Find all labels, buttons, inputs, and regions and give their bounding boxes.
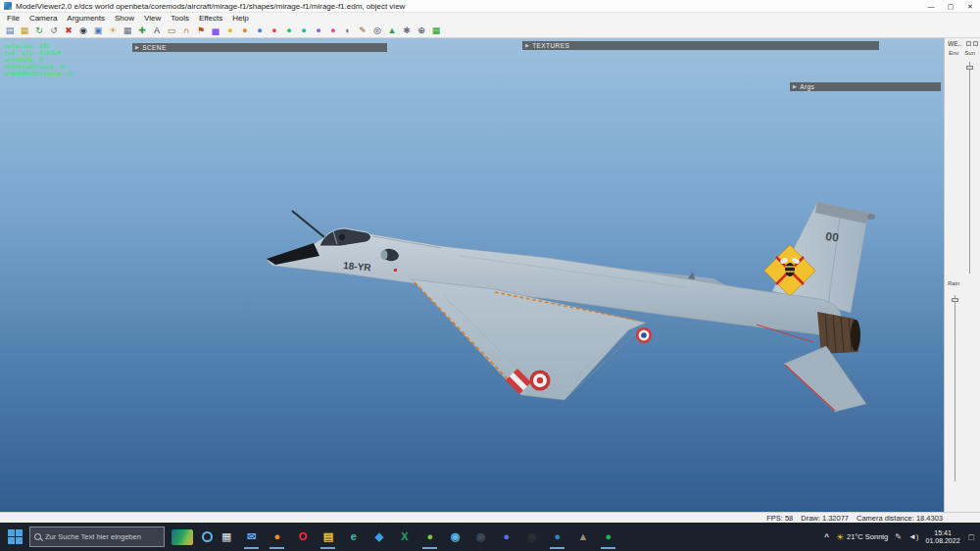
aircraft-stabilizer: [784, 346, 866, 412]
sun-label: Sun: [964, 50, 975, 56]
close-icon[interactable]: ✕: [960, 0, 980, 13]
palette-purple-icon[interactable]: ●: [312, 25, 325, 37]
debug-line-0: velocity: 285: [4, 42, 72, 49]
weather-text: 21°C Sonnig: [847, 532, 888, 541]
excel-app-icon[interactable]: X: [396, 528, 413, 545]
sun-slider[interactable]: [969, 62, 970, 274]
menu-item-file[interactable]: File: [2, 13, 24, 24]
titlebar[interactable]: ModelViewer2.0 e/dcs world openbeta/core…: [0, 0, 980, 13]
start-button[interactable]: [8, 529, 24, 545]
weather-widget[interactable]: ☀ 21°C Sonnig: [836, 532, 888, 542]
target-icon[interactable]: ◎: [370, 25, 384, 37]
menu-item-view[interactable]: View: [139, 13, 166, 24]
spine-antenna: [688, 272, 695, 279]
opera-app-icon[interactable]: O: [294, 528, 311, 545]
notification-center-icon[interactable]: □: [969, 532, 974, 542]
taskbar-apps: ✉●O▤e◆X●◉◉●◉●▲●: [243, 528, 616, 545]
palette-orange-icon[interactable]: ●: [238, 25, 252, 37]
menu-item-show[interactable]: Show: [110, 13, 139, 24]
sphere-icon[interactable]: ◐: [341, 25, 355, 37]
panel-close-icon[interactable]: [973, 41, 978, 46]
zoom-icon[interactable]: ⊕: [415, 25, 428, 37]
collapse-arrow-icon: ▶: [525, 41, 529, 50]
debug-overlay: velocity: 285fuel qty: 8150LMshAiming: 0…: [4, 42, 72, 76]
ruler-icon[interactable]: ▭: [165, 25, 178, 37]
undo-icon[interactable]: ↺: [47, 25, 61, 37]
settings-icon[interactable]: ✱: [400, 25, 414, 37]
menu-item-camera[interactable]: Camera: [24, 13, 62, 24]
minimize-icon[interactable]: —: [921, 0, 941, 13]
camera-icon[interactable]: ◉: [76, 25, 90, 37]
delete-icon[interactable]: ✖: [62, 25, 75, 37]
screenshot-icon[interactable]: ▣: [91, 25, 105, 37]
menu-item-arguments[interactable]: Arguments: [62, 13, 110, 24]
media-app-icon[interactable]: ▲: [574, 528, 591, 545]
weather-panel: WE.. Env Sun Rain: [944, 38, 980, 512]
mail-app-icon[interactable]: ✉: [243, 528, 260, 545]
app-logo-icon: [4, 2, 12, 10]
search-input[interactable]: [45, 532, 158, 541]
debug-line-2: shAiming: 0: [4, 56, 72, 63]
volume-icon[interactable]: ◄): [908, 532, 919, 541]
pen-tray-icon[interactable]: ✎: [895, 532, 902, 541]
edit-icon[interactable]: ✎: [356, 25, 369, 37]
file-explorer-app-icon[interactable]: ▤: [319, 528, 336, 545]
fuselage-roundel-icon: [636, 327, 652, 343]
light-icon[interactable]: ☀: [106, 25, 120, 37]
clock-time: 15:41: [926, 529, 960, 537]
obs-app-icon[interactable]: ◉: [523, 528, 540, 545]
flag-icon[interactable]: ⚑: [194, 25, 208, 37]
model-viewport[interactable]: 00: [0, 38, 944, 512]
open-folder-icon[interactable]: ▦: [18, 25, 31, 37]
scene-panel-header[interactable]: ▶ SCENE: [132, 43, 387, 52]
collapse-arrow-icon: ▶: [135, 43, 139, 52]
axes-icon[interactable]: ✚: [135, 25, 149, 37]
taskbar-clock[interactable]: 15:41 01.08.2022: [926, 529, 960, 545]
palette-red-icon[interactable]: ●: [268, 25, 281, 37]
firefox-app-icon[interactable]: ●: [269, 528, 285, 545]
grid-icon[interactable]: ▦: [121, 25, 134, 37]
teamspeak-app-icon[interactable]: ●: [549, 528, 565, 545]
steam-app-icon[interactable]: ◉: [472, 528, 489, 545]
textures-panel-header[interactable]: ▶ TEXTURES: [522, 41, 879, 50]
taskbar-search[interactable]: [29, 526, 165, 547]
skype-app-icon[interactable]: ◉: [447, 528, 464, 545]
menu-item-tools[interactable]: Tools: [166, 13, 194, 24]
scene-panel-label: SCENE: [142, 43, 166, 52]
save-icon[interactable]: ▤: [3, 25, 17, 37]
palette-blue-icon[interactable]: ●: [253, 25, 267, 37]
menu-item-help[interactable]: Help: [227, 13, 253, 24]
menu-item-effects[interactable]: Effects: [194, 13, 227, 24]
discord-app-icon[interactable]: ●: [498, 528, 514, 545]
cortana-icon[interactable]: [202, 531, 213, 542]
palette-teal-icon[interactable]: ●: [297, 25, 311, 37]
panel-dock-icon[interactable]: [966, 41, 971, 46]
wireframe-icon[interactable]: ▦: [429, 25, 443, 37]
palette-green-icon[interactable]: ●: [282, 25, 296, 37]
sun-slider-handle[interactable]: [966, 66, 973, 70]
edge-app-icon[interactable]: e: [345, 528, 362, 545]
rain-slider-handle[interactable]: [952, 298, 958, 302]
icq-app-icon[interactable]: ●: [421, 528, 438, 545]
args-panel-header[interactable]: ▶ Args: [790, 82, 941, 91]
chart-icon[interactable]: ▅: [209, 25, 222, 37]
spotify-app-icon[interactable]: ●: [600, 528, 616, 545]
maximize-icon[interactable]: ▢: [941, 0, 960, 13]
vscode-app-icon[interactable]: ◆: [370, 528, 387, 545]
palette-pink-icon[interactable]: ●: [326, 25, 340, 37]
task-view-icon[interactable]: ▦: [221, 530, 231, 543]
tree-icon[interactable]: ▲: [385, 25, 399, 37]
weather-panel-title: WE..: [948, 40, 964, 47]
rain-label: Rain: [948, 280, 959, 286]
env-label: Env: [949, 50, 958, 56]
text-icon[interactable]: A: [150, 25, 164, 37]
aircraft-model[interactable]: 00: [0, 38, 944, 512]
camera-distance: Camera distance: 18.4303: [857, 514, 943, 523]
news-widget-icon[interactable]: [172, 529, 193, 545]
menubar: FileCameraArgumentsShowViewToolsEffectsH…: [0, 13, 980, 24]
tray-expand-icon[interactable]: ^: [824, 532, 829, 541]
magnet-icon[interactable]: ∩: [179, 25, 193, 37]
rain-slider[interactable]: [955, 295, 956, 481]
palette-yellow-icon[interactable]: ●: [223, 25, 237, 37]
reload-icon[interactable]: ↻: [32, 25, 46, 37]
